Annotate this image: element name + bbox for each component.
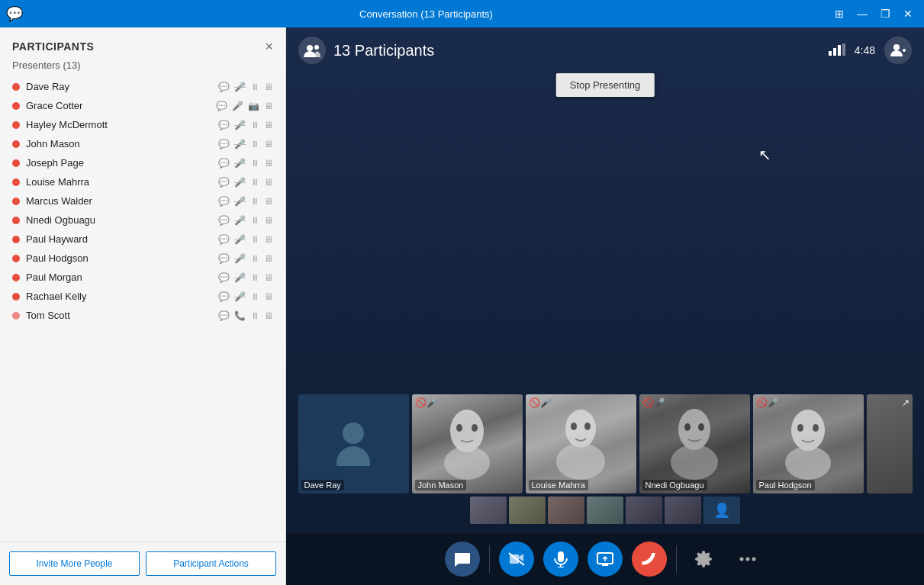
- screen-icon: 🖥: [264, 215, 273, 226]
- list-item[interactable]: Dave Ray 💬 🎤 ⏸ 🖥: [6, 77, 279, 96]
- list-item[interactable]: John Mason 💬 🎤 ⏸ 🖥: [6, 134, 279, 153]
- video-tile[interactable]: ↗: [867, 394, 913, 493]
- more-options-button[interactable]: [730, 542, 765, 577]
- video-tile[interactable]: 🚫🎤 John Mason: [412, 394, 523, 493]
- sidebar-title: PARTICIPANTS: [12, 40, 94, 53]
- pause-icon: ⏸: [250, 234, 259, 245]
- svg-point-22: [785, 446, 831, 480]
- svg-point-15: [571, 423, 577, 430]
- participant-icons: 💬 🎤 ⏸ 🖥: [218, 139, 273, 149]
- mic-icon: 🎤: [234, 234, 246, 245]
- svg-point-18: [671, 445, 718, 480]
- mic-button[interactable]: [543, 542, 578, 577]
- muted-icon: 🚫🎤: [529, 397, 552, 408]
- list-item[interactable]: Joseph Page 💬 🎤 ⏸ 🖥: [6, 153, 279, 172]
- list-item[interactable]: Nnedi Ogbuagu 💬 🎤 ⏸ 🖥: [6, 211, 279, 230]
- app-icon: 💬: [6, 5, 23, 22]
- titlebar: 💬 Conversation (13 Participants) ⊞ — ❐ ✕: [0, 0, 924, 27]
- svg-point-16: [584, 423, 591, 430]
- restore-button[interactable]: ❐: [875, 4, 895, 24]
- video-toggle-button[interactable]: [499, 542, 534, 577]
- video-tile[interactable]: 🚫🎤 Paul Hodgson: [753, 394, 864, 493]
- sidebar-footer: Invite More People Participant Actions: [0, 542, 285, 585]
- mic-icon: 🎤: [234, 291, 246, 302]
- participant-icons: 💬 🎤 ⏸ 🖥: [218, 158, 273, 169]
- svg-point-17: [678, 409, 710, 450]
- chat-icon: 💬: [218, 234, 230, 245]
- thumb-tile[interactable]: [548, 497, 584, 524]
- snap-button[interactable]: ⊞: [829, 4, 849, 24]
- status-dot: [12, 312, 20, 320]
- screen-share-button[interactable]: [588, 542, 623, 577]
- screen-icon: 🖥: [264, 310, 273, 321]
- settings-button[interactable]: [686, 542, 721, 577]
- participants-list: Dave Ray 💬 🎤 ⏸ 🖥 Grace Cotter 💬 🎤 📷 🖥: [0, 77, 285, 542]
- video-toolbar: 13 Participants 4:48: [286, 27, 924, 73]
- video-tile[interactable]: Dave Ray: [298, 394, 409, 493]
- thumb-tile[interactable]: [665, 497, 701, 524]
- video-area: 13 Participants 4:48: [286, 27, 924, 585]
- pause-icon: ⏸: [250, 120, 259, 130]
- titlebar-controls: ⊞ — ❐ ✕: [829, 4, 918, 24]
- svg-rect-2: [829, 51, 832, 56]
- thumb-tile[interactable]: [587, 497, 623, 524]
- tile-name: Paul Hodgson: [756, 480, 815, 490]
- svg-point-11: [456, 424, 462, 432]
- participant-actions-button[interactable]: Participant Actions: [146, 551, 276, 576]
- list-item[interactable]: Paul Hodgson 💬 🎤 ⏸ 🖥: [6, 249, 279, 268]
- stop-presenting-button[interactable]: Stop Presenting: [556, 73, 655, 97]
- list-item[interactable]: Paul Hayward 💬 🎤 ⏸ 🖥: [6, 230, 279, 249]
- participant-icons: 💬 🎤 ⏸ 🖥: [218, 234, 273, 245]
- chat-icon: 💬: [218, 253, 230, 264]
- chat-button[interactable]: [445, 542, 480, 577]
- minimize-button[interactable]: —: [852, 4, 872, 24]
- participant-icons: 💬 🎤 📷 🖥: [216, 101, 273, 111]
- bottom-controls: [286, 533, 924, 585]
- video-tile[interactable]: 🚫🎤 Nnedi Ogbuagu: [639, 394, 750, 493]
- list-item[interactable]: Louise Mahrra 💬 🎤 ⏸ 🖥: [6, 172, 279, 191]
- thumb-tile[interactable]: [626, 497, 662, 524]
- svg-rect-4: [838, 45, 841, 56]
- list-item[interactable]: Tom Scott 💬 📞 ⏸ 🖥: [6, 306, 279, 325]
- svg-point-10: [444, 446, 490, 480]
- list-item[interactable]: Hayley McDermott 💬 🎤 ⏸ 🖥: [6, 115, 279, 134]
- status-dot: [12, 255, 20, 262]
- muted-icon: 🚫🎤: [415, 397, 438, 408]
- screen-icon: 🖥: [264, 272, 273, 283]
- mic-icon: 🎤: [234, 196, 246, 207]
- thumb-tile[interactable]: 👤: [703, 497, 740, 524]
- list-item[interactable]: Rachael Kelly 💬 🎤 ⏸ 🖥: [6, 287, 279, 306]
- svg-point-19: [684, 423, 691, 431]
- video-tile[interactable]: 🚫🎤 Louise Mahrra: [526, 394, 636, 493]
- add-participant-button[interactable]: [884, 37, 912, 64]
- close-sidebar-button[interactable]: ×: [265, 40, 273, 53]
- screen-icon: 🖥: [264, 158, 273, 169]
- titlebar-title: Conversation (13 Participants): [23, 8, 829, 20]
- list-item[interactable]: Paul Morgan 💬 🎤 ⏸ 🖥: [6, 268, 279, 287]
- participant-name: Paul Hodgson: [26, 252, 218, 264]
- thumb-tile[interactable]: [509, 497, 546, 524]
- svg-point-35: [752, 558, 756, 561]
- participant-name: Grace Cotter: [26, 100, 216, 111]
- close-button[interactable]: ✕: [898, 4, 918, 24]
- pause-icon: ⏸: [250, 82, 259, 92]
- svg-point-9: [450, 410, 484, 452]
- invite-more-button[interactable]: Invite More People: [9, 551, 140, 576]
- end-call-button[interactable]: [632, 542, 667, 577]
- main-container: PARTICIPANTS × Presenters (13) Dave Ray …: [0, 27, 924, 585]
- tile-name: Nnedi Ogbuagu: [642, 480, 707, 490]
- chat-icon: 💬: [218, 120, 230, 130]
- tile-placeholder: [298, 394, 409, 493]
- svg-rect-5: [842, 43, 845, 56]
- chat-icon: 💬: [218, 291, 230, 302]
- thumb-tile[interactable]: [470, 497, 507, 524]
- list-item[interactable]: Marcus Walder 💬 🎤 ⏸ 🖥: [6, 191, 279, 211]
- pause-icon: ⏸: [250, 177, 259, 188]
- toolbar-right: 4:48: [829, 37, 912, 64]
- camera-icon: 📷: [248, 101, 259, 111]
- screen-icon: 🖥: [264, 82, 273, 92]
- participant-icons: 💬 🎤 ⏸ 🖥: [218, 82, 273, 92]
- chat-icon: 💬: [218, 139, 230, 149]
- list-item[interactable]: Grace Cotter 💬 🎤 📷 🖥: [6, 96, 279, 115]
- window-title: Conversation (13 Participants): [359, 8, 493, 20]
